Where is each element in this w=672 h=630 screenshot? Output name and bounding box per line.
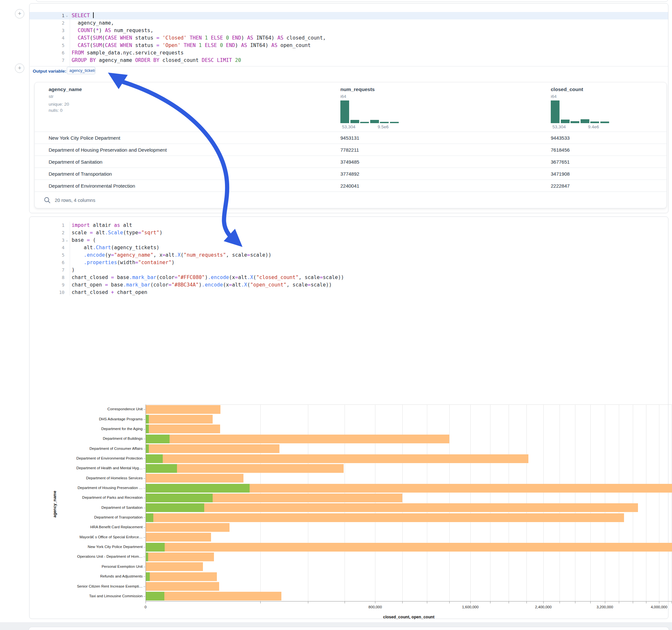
histogram-max-label: 9.5e6 — [378, 124, 389, 129]
line-number: 5 — [29, 251, 65, 259]
code-text: chart_closed = base.mark_bar(color="#FFC… — [72, 274, 344, 281]
line-number: 1 — [29, 12, 65, 20]
table-cell: Department of Transportation — [49, 168, 112, 180]
column-stat: nulls: 0 — [49, 108, 63, 113]
histogram-bar — [571, 121, 579, 123]
column-type: i64 — [551, 94, 557, 99]
table-cell: 7782211 — [340, 144, 359, 156]
table-cell: New York City Police Department — [49, 132, 120, 144]
code-line[interactable]: 7GROUP BY agency_name ORDER BY closed_co… — [29, 57, 668, 64]
code-text: alt.Chart(agency_tickets) — [72, 244, 160, 251]
code-text: scale = alt.Scale(type="sqrt") — [72, 229, 162, 237]
line-number: 4 — [29, 244, 65, 251]
line-number: 7 — [29, 57, 65, 64]
code-line[interactable]: 2 agency_name, — [29, 20, 668, 27]
code-line[interactable]: 4 CAST(SUM(CASE WHEN status = 'Closed' T… — [29, 34, 668, 42]
table-cell: 7618456 — [551, 144, 570, 156]
line-number: 7 — [29, 266, 65, 274]
plus-icon: + — [18, 65, 21, 71]
fold-chevron-icon[interactable]: ⌄ — [66, 12, 68, 19]
code-text: CAST(SUM(CASE WHEN status = 'Open' THEN … — [72, 42, 311, 49]
table-cell: 9443533 — [551, 132, 570, 144]
code-text: COUNT(*) AS num_requests, — [72, 27, 153, 34]
histogram-bar — [351, 120, 359, 123]
code-line[interactable]: 5 CAST(SUM(CASE WHEN status = 'Open' THE… — [29, 42, 668, 49]
code-text: chart_open = base.mark_bar(color="#8BC34… — [72, 281, 332, 289]
row-count-label: 20 rows, 4 columns — [55, 198, 95, 203]
plus-icon: + — [18, 10, 21, 17]
histogram-max-label: 9.4e6 — [588, 124, 599, 129]
histogram-bar — [551, 100, 559, 123]
histogram-bar — [561, 120, 570, 123]
line-number: 3 — [29, 237, 65, 244]
code-line[interactable]: 1import altair as alt — [29, 222, 668, 229]
notebook-page: + + 1⌄SELECT 2 agency_name,3 COUNT(*) AS… — [0, 0, 672, 630]
output-variable-label: Output variable: — [33, 69, 67, 74]
table-cell: 2240041 — [340, 180, 359, 192]
python-cell-card: 1import altair as alt2scale = alt.Scale(… — [29, 217, 668, 619]
code-line[interactable]: 9chart_open = base.mark_bar(color="#8BC3… — [29, 281, 668, 289]
code-line[interactable]: 6 .properties(width="container") — [29, 259, 668, 266]
code-text: agency_name, — [72, 20, 114, 27]
line-number: 1 — [29, 222, 65, 229]
text-cursor — [93, 12, 94, 18]
dataframe-rows: New York City Police Department945313194… — [35, 131, 667, 192]
code-text: CAST(SUM(CASE WHEN status = 'Closed' THE… — [72, 34, 326, 42]
histogram-min-label: 53,304 — [552, 124, 566, 129]
code-line[interactable]: 1⌄SELECT — [29, 12, 668, 20]
table-cell: Department of Sanitation — [49, 156, 102, 168]
code-line[interactable]: 6FROM sample_data.nyc.service_requests — [29, 49, 668, 57]
table-cell: 3749485 — [340, 156, 359, 168]
histogram-bar — [600, 122, 609, 123]
histogram-bar — [590, 122, 599, 123]
column-stat: unique: 20 — [49, 102, 69, 106]
gutter-divider — [70, 222, 70, 295]
sql-code-editor[interactable]: 1⌄SELECT 2 agency_name,3 COUNT(*) AS num… — [29, 12, 668, 67]
next-cell-edge — [28, 627, 669, 630]
code-line[interactable]: 10chart_closed + chart_open — [29, 289, 668, 296]
line-number: 2 — [29, 229, 65, 237]
code-line[interactable]: 3 COUNT(*) AS num_requests, — [29, 27, 668, 34]
histogram-bar — [581, 119, 589, 123]
table-cell: 3471908 — [551, 168, 570, 180]
line-number: 6 — [29, 259, 65, 266]
table-cell: 2222847 — [551, 180, 570, 192]
histogram-bar — [380, 122, 389, 123]
search-icon[interactable] — [44, 197, 51, 204]
histogram-bar — [370, 120, 379, 123]
column-title: num_requests — [340, 87, 375, 92]
histogram-bar — [390, 122, 399, 123]
code-text: GROUP BY agency_name ORDER BY closed_cou… — [72, 57, 241, 64]
code-line[interactable]: 8chart_closed = base.mark_bar(color="#FF… — [29, 274, 668, 281]
table-row: Department of Transportation377489234719… — [35, 168, 667, 179]
add-cell-button-middle[interactable]: + — [15, 64, 24, 73]
fold-chevron-icon[interactable]: ⌄ — [66, 236, 68, 244]
line-number: 2 — [29, 20, 65, 27]
code-text: FROM sample_data.nyc.service_requests — [72, 49, 184, 57]
line-number: 8 — [29, 274, 65, 281]
column-type: str — [49, 94, 53, 99]
code-text: ) — [72, 266, 75, 274]
add-cell-button-top[interactable]: + — [15, 9, 24, 19]
line-number: 5 — [29, 42, 65, 49]
table-row: Department of Sanitation37494853677651 — [35, 155, 667, 168]
gutter-divider — [70, 12, 70, 67]
code-line[interactable]: 4 alt.Chart(agency_tickets) — [29, 244, 668, 251]
line-number: 4 — [29, 34, 65, 42]
code-line[interactable]: 5 .encode(y="agency_name", x=alt.X("num_… — [29, 251, 668, 259]
line-number: 6 — [29, 49, 65, 57]
code-text: base = ( — [72, 237, 96, 244]
dataframe-card: agency_namestrunique: 20nulls: 0num_requ… — [34, 82, 667, 209]
output-variable-pill[interactable]: agency_tickets — [67, 67, 95, 74]
column-type: i64 — [340, 94, 346, 99]
code-text: SELECT — [72, 12, 94, 20]
python-code-editor[interactable]: 1import altair as alt2scale = alt.Scale(… — [29, 222, 668, 295]
table-cell: 3677651 — [551, 156, 570, 168]
code-line[interactable]: 3⌄base = ( — [29, 237, 668, 244]
rows-bottom-border — [35, 192, 667, 192]
table-row: New York City Police Department945313194… — [35, 131, 667, 144]
code-line[interactable]: 7) — [29, 266, 668, 274]
code-line[interactable]: 2scale = alt.Scale(type="sqrt") — [29, 229, 668, 237]
code-text: import altair as alt — [72, 222, 132, 229]
histogram-bar — [360, 122, 369, 123]
